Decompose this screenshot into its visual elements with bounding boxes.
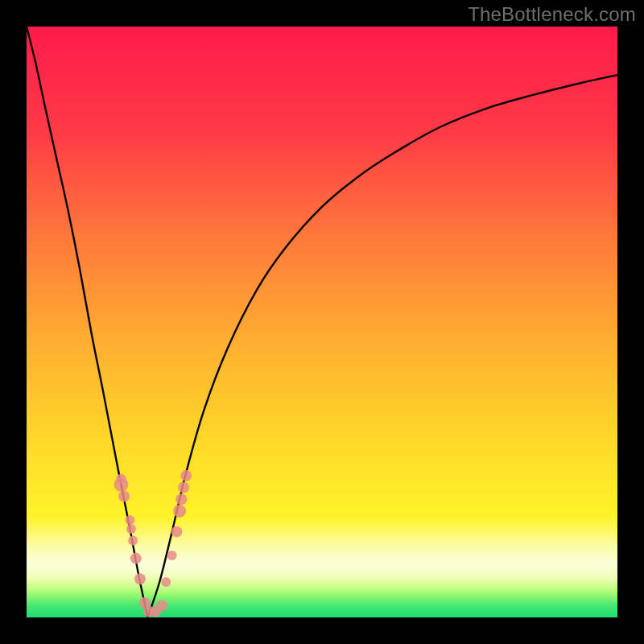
- data-dot: [167, 551, 177, 560]
- data-dot: [118, 491, 130, 502]
- data-dot: [116, 474, 126, 484]
- chart-container: { "watermark": "TheBottleneck.com", "col…: [0, 0, 644, 644]
- plot-area: [27, 27, 617, 617]
- data-dot: [130, 553, 142, 564]
- data-dot: [175, 493, 187, 505]
- data-dot: [128, 536, 138, 546]
- watermark-text: TheBottleneck.com: [468, 3, 636, 26]
- data-dot: [178, 482, 189, 493]
- chart-svg: [27, 27, 617, 617]
- data-dot: [126, 524, 136, 534]
- data-dot: [156, 600, 167, 611]
- data-dot: [171, 526, 182, 538]
- data-dot: [125, 515, 134, 525]
- data-dot: [134, 573, 146, 584]
- data-dot: [180, 470, 192, 481]
- data-dot: [173, 505, 186, 518]
- gradient-background: [27, 27, 617, 617]
- data-dot: [161, 577, 171, 587]
